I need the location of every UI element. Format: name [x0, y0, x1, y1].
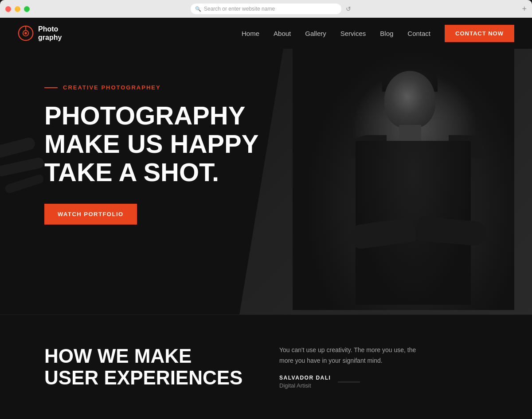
logo[interactable]: Photo graphy: [18, 25, 62, 42]
author-name: SALVADOR DALI: [279, 375, 331, 381]
refresh-button[interactable]: ↺: [346, 5, 508, 12]
hero-section: CREATIVE PHOTOGRAPHEY PHOTOGRAPHY MAKE U…: [0, 49, 532, 314]
bottom-heading-line2: USER EXPERIENCES: [44, 367, 243, 388]
logo-icon: [18, 25, 34, 41]
brush-stroke-3: [4, 174, 45, 194]
photo-background: [293, 49, 514, 310]
author-info: SALVADOR DALI Digital Artisit: [279, 375, 331, 389]
subtitle-line-decoration: [44, 87, 58, 88]
nav-link-about[interactable]: About: [274, 30, 291, 37]
bottom-heading: HOW WE MAKE USER EXPERIENCES: [44, 345, 253, 388]
bottom-left-content: HOW WE MAKE USER EXPERIENCES: [44, 345, 253, 388]
svg-point-3: [24, 32, 27, 34]
hero-title-line3: TAKE A SHOT.: [44, 158, 219, 186]
hero-content: CREATIVE PHOTOGRAPHEY PHOTOGRAPHY MAKE U…: [44, 84, 258, 225]
bottom-section: HOW WE MAKE USER EXPERIENCES You can't u…: [0, 314, 532, 419]
nav-link-gallery[interactable]: Gallery: [305, 30, 326, 37]
nav-link-contact[interactable]: Contact: [407, 30, 430, 37]
address-bar-text: Search or enter website name: [204, 6, 275, 12]
bottom-heading-line1: HOW WE MAKE: [44, 345, 192, 367]
hero-title-line1: PHOTOGRAPHY: [44, 101, 245, 130]
hero-title: PHOTOGRAPHY MAKE US HAPPY TAKE A SHOT.: [44, 101, 258, 186]
minimize-window-button[interactable]: [15, 6, 20, 12]
nav-links: Home About Gallery Services Blog Contact…: [242, 25, 514, 42]
maximize-window-button[interactable]: [24, 6, 30, 12]
new-tab-button[interactable]: +: [522, 5, 527, 13]
author-line-decoration: [338, 382, 360, 382]
hero-title-line2: MAKE US HAPPY: [44, 129, 258, 158]
nav-link-services[interactable]: Services: [340, 30, 366, 37]
navbar: Photo graphy Home About Gallery Services…: [0, 18, 532, 49]
figure-head: [384, 71, 435, 128]
contact-now-button[interactable]: CONTACT NOW: [445, 25, 514, 42]
bottom-right-content: You can't use up creativity. The more yo…: [253, 345, 488, 389]
author-section: SALVADOR DALI Digital Artisit: [279, 375, 488, 389]
hero-subtitle: CREATIVE PHOTOGRAPHEY: [44, 84, 258, 91]
website: Photo graphy Home About Gallery Services…: [0, 18, 532, 419]
hero-photo: [293, 49, 514, 310]
brush-stroke-1: [0, 136, 36, 160]
close-window-button[interactable]: [5, 6, 11, 12]
person-figure: [347, 62, 489, 310]
watch-portfolio-button[interactable]: WATCH PORTFOLIO: [44, 204, 137, 225]
author-title: Digital Artisit: [279, 382, 331, 389]
address-bar[interactable]: 🔍 Search or enter website name: [191, 4, 341, 14]
hero-subtitle-text: CREATIVE PHOTOGRAPHEY: [63, 84, 161, 91]
browser-chrome: 🔍 Search or enter website name ↺ +: [0, 0, 532, 18]
nav-link-home[interactable]: Home: [242, 30, 259, 37]
quote-text: You can't use up creativity. The more yo…: [279, 345, 430, 366]
logo-text: Photo graphy: [38, 25, 62, 42]
nav-link-blog[interactable]: Blog: [380, 30, 393, 37]
search-icon: 🔍: [195, 6, 201, 12]
